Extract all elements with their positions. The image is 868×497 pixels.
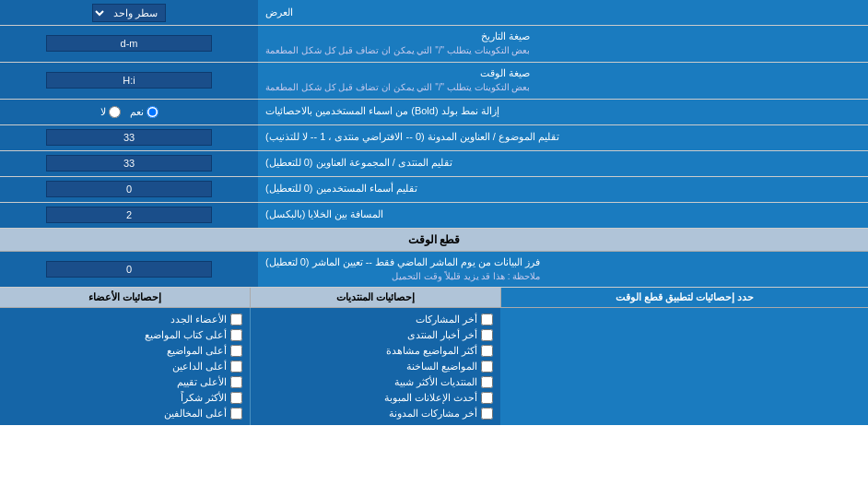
cb-top-writers[interactable]: [230, 329, 242, 341]
cell-gap-input-cell: 2: [0, 203, 258, 228]
time-format-row: صيغة الوقت بعض التكوينات يتطلب "/" التي …: [0, 63, 868, 100]
time-format-input-cell: H:i: [0, 63, 258, 99]
display-label: العرض: [258, 0, 868, 25]
checkboxes-grid: حدد إحصائيات لتطبيق قطع الوقت إحصائيات ا…: [0, 288, 868, 308]
bold-remove-row: إزالة نمط بولد (Bold) من اسماء المستخدمي…: [0, 100, 868, 125]
cb-most-viewed[interactable]: [481, 345, 493, 357]
date-format-input[interactable]: d-m: [46, 35, 212, 52]
bold-yes-radio[interactable]: [147, 106, 158, 118]
cutoff-input[interactable]: 0: [46, 261, 212, 278]
cb-most-similar[interactable]: [481, 376, 493, 388]
checkboxes-main-header: حدد إحصائيات لتطبيق قطع الوقت: [500, 288, 868, 308]
checkbox-hot-topics: المواضيع الساخنة: [258, 359, 493, 374]
checkbox-most-viewed: أكثر المواضيع مشاهدة: [258, 343, 493, 359]
cell-gap-input[interactable]: 2: [46, 207, 212, 223]
cb-blog-posts[interactable]: [481, 408, 493, 420]
display-select[interactable]: سطر واحد سطرين ثلاثة أسطر: [92, 4, 166, 22]
checkboxes-items-row: أخر المشاركات أخر أخبار المنتدى أكثر الم…: [0, 308, 868, 425]
checkbox-top-rated: الأعلى تقييم: [7, 374, 242, 390]
forum-title-input-cell: 33: [0, 151, 258, 176]
forum-title-label: تقليم المنتدى / المجموعة العناوين (0 للت…: [258, 151, 868, 176]
checkbox-most-similar: المنتديات الأكثر شبية: [258, 374, 493, 390]
checkbox-top-topics: أعلى المواضيع: [7, 343, 242, 359]
checkboxes-spacer: [500, 308, 868, 425]
cutoff-row: فرز البيانات من يوم الماشر الماضي فقط --…: [0, 252, 868, 289]
time-format-input[interactable]: H:i: [46, 72, 212, 89]
bold-remove-label: إزالة نمط بولد (Bold) من اسماء المستخدمي…: [258, 100, 868, 124]
usernames-input-cell: 0: [0, 177, 258, 202]
forum-title-row: تقليم المنتدى / المجموعة العناوين (0 للت…: [0, 151, 868, 177]
display-input-cell: سطر واحد سطرين ثلاثة أسطر: [0, 0, 258, 25]
time-format-label: صيغة الوقت بعض التكوينات يتطلب "/" التي …: [258, 63, 868, 99]
date-format-row: صيغة التاريخ بعض التكوينات يتطلب "/" الت…: [0, 26, 868, 63]
main-container: العرض سطر واحد سطرين ثلاثة أسطر صيغة الت…: [0, 0, 868, 425]
checkbox-last-posts: أخر المشاركات: [258, 312, 493, 327]
bold-remove-radio-cell: نعم لا: [0, 100, 258, 124]
display-row: العرض سطر واحد سطرين ثلاثة أسطر: [0, 0, 868, 26]
forums-checkboxes: أخر المشاركات أخر أخبار المنتدى أكثر الم…: [250, 308, 500, 425]
checkboxes-section: حدد إحصائيات لتطبيق قطع الوقت إحصائيات ا…: [0, 288, 868, 425]
cb-last-posts[interactable]: [481, 314, 493, 325]
bold-yes-label[interactable]: نعم: [130, 106, 158, 118]
usernames-row: تقليم أسماء المستخدمين (0 للتعطيل) 0: [0, 177, 868, 203]
cb-most-thanks[interactable]: [230, 392, 242, 404]
cutoff-section-header: قطع الوقت: [0, 229, 868, 252]
checkbox-top-violators: أعلى المخالفين: [7, 406, 242, 421]
topic-title-input-cell: 33: [0, 125, 258, 150]
cutoff-label: فرز البيانات من يوم الماشر الماضي فقط --…: [258, 252, 868, 288]
usernames-label: تقليم أسماء المستخدمين (0 للتعطيل): [258, 177, 868, 202]
topic-title-input[interactable]: 33: [46, 129, 212, 146]
checkbox-blog-posts: أخر مشاركات المدونة: [258, 406, 493, 421]
bold-no-radio[interactable]: [109, 106, 121, 118]
cb-hot-topics[interactable]: [481, 361, 493, 373]
cb-top-violators[interactable]: [230, 408, 242, 420]
members-checkboxes: الأعضاء الجدد أعلى كتاب المواضيع أعلى ال…: [0, 308, 250, 425]
topic-title-label: تقليم الموضوع / العناوين المدونة (0 -- ا…: [258, 125, 868, 150]
cb-top-inviters[interactable]: [230, 361, 242, 373]
date-format-label: صيغة التاريخ بعض التكوينات يتطلب "/" الت…: [258, 26, 868, 62]
checkbox-forum-news: أخر أخبار المنتدى: [258, 327, 493, 343]
cb-top-rated[interactable]: [230, 376, 242, 388]
checkboxes-members-header: إحصائيات الأعضاء: [0, 288, 250, 308]
forum-title-input[interactable]: 33: [46, 155, 212, 172]
checkbox-ads: أحدث الإعلانات المبوبة: [258, 390, 493, 406]
cutoff-input-cell: 0: [0, 252, 258, 288]
checkbox-most-thanks: الأكثر شكراً: [7, 390, 242, 406]
cb-forum-news[interactable]: [481, 329, 493, 341]
topic-title-row: تقليم الموضوع / العناوين المدونة (0 -- ا…: [0, 125, 868, 151]
cb-top-topics[interactable]: [230, 345, 242, 357]
checkbox-top-writers: أعلى كتاب المواضيع: [7, 327, 242, 343]
cb-ads[interactable]: [481, 392, 493, 404]
checkboxes-forums-header: إحصائيات المنتديات: [250, 288, 500, 308]
usernames-input[interactable]: 0: [46, 181, 212, 197]
bold-no-label[interactable]: لا: [100, 106, 121, 118]
checkbox-new-members: الأعضاء الجدد: [7, 312, 242, 327]
cell-gap-row: المسافة بين الخلايا (بالبكسل) 2: [0, 203, 868, 229]
date-format-input-cell: d-m: [0, 26, 258, 62]
cb-new-members[interactable]: [230, 314, 242, 325]
cell-gap-label: المسافة بين الخلايا (بالبكسل): [258, 203, 868, 228]
checkbox-top-inviters: أعلى الداعين: [7, 359, 242, 374]
